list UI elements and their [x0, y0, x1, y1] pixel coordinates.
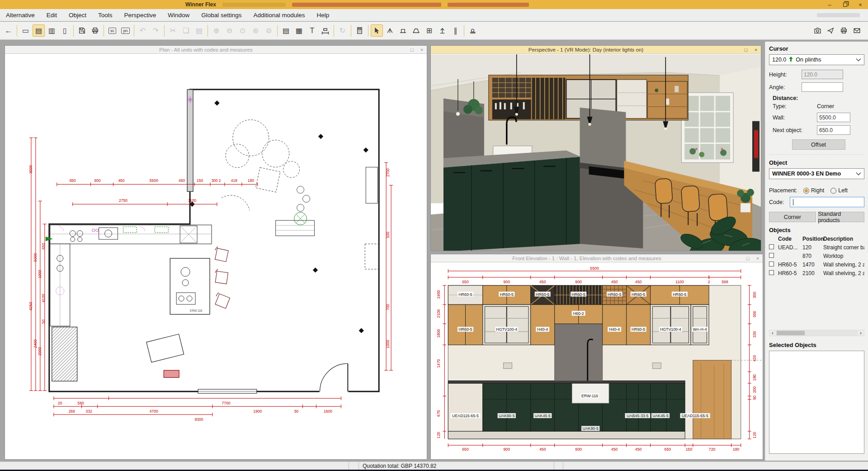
text-tool-icon[interactable]: T — [306, 24, 318, 37]
svg-text:650: 650 — [462, 280, 469, 284]
row-checkbox[interactable] — [769, 262, 774, 266]
plan-canvas[interactable]: ERW-116 — [5, 54, 427, 459]
view-plan-icon[interactable]: ▤ — [33, 24, 45, 37]
maximize-icon[interactable]: □ — [741, 47, 751, 52]
paste-icon[interactable]: ▤ — [193, 24, 205, 37]
base-unit-tool-icon[interactable] — [397, 24, 409, 37]
plan-window-titlebar[interactable]: Plan - All units with codes and measures… — [5, 46, 427, 54]
room-wizard-icon[interactable]: ▭ — [19, 24, 32, 37]
cut-icon[interactable]: ✂ — [167, 24, 179, 37]
stamp-icon[interactable] — [467, 24, 479, 37]
angle-field[interactable] — [802, 82, 843, 92]
maximize-icon[interactable]: □ — [743, 256, 753, 261]
sc-button[interactable]: sc — [106, 24, 118, 37]
save-icon[interactable] — [76, 24, 88, 37]
perspective-canvas[interactable] — [431, 54, 761, 251]
annotation-icon[interactable]: ▦ — [293, 24, 305, 37]
dimension-tool-icon[interactable] — [319, 24, 331, 37]
elevation-canvas[interactable]: HR60-5HR60-5HR60-5HR60-5HR60-5HR60-5HR60… — [431, 263, 763, 459]
lift-view-icon[interactable] — [436, 24, 448, 37]
menu-global-settings[interactable]: Global settings — [195, 9, 247, 21]
zoom-prev-icon[interactable]: ⊜ — [263, 24, 275, 37]
object-row[interactable]: UEAD...120Straight corner ba — [769, 244, 864, 251]
zoom-100-icon[interactable]: ⊙ — [236, 24, 249, 37]
selected-objects-list[interactable] — [769, 351, 864, 454]
zoom-in-icon[interactable]: ⊕ — [210, 24, 222, 37]
menu-edit[interactable]: Edit — [41, 9, 63, 21]
notes-icon[interactable]: ▤ — [280, 24, 292, 37]
toolbar-separator — [164, 25, 165, 37]
restore-icon[interactable] — [837, 0, 853, 9]
object-row[interactable]: 870Worktop — [769, 253, 864, 259]
scrollbar-track[interactable] — [776, 330, 858, 336]
tall-unit-tool-icon[interactable] — [410, 24, 422, 37]
send-plan-icon[interactable] — [825, 24, 837, 37]
zoom-out-icon[interactable]: ⊖ — [223, 24, 236, 37]
offset-button[interactable]: Offset — [792, 139, 845, 150]
object-row[interactable]: HR60-51470Wall shelving, 2 a — [769, 262, 864, 268]
code-input[interactable] — [790, 197, 864, 207]
plan-window-title: Plan - All units with codes and measures — [5, 47, 407, 52]
scrollbar-thumb[interactable] — [777, 331, 805, 335]
distance-type-value: Corner — [817, 103, 834, 109]
svg-text:650: 650 — [41, 243, 46, 249]
next-object-field[interactable]: 650.0 — [817, 125, 850, 135]
close-icon[interactable]: × — [753, 256, 763, 261]
wall-unit-tool-icon[interactable] — [384, 24, 396, 37]
undo-icon[interactable]: ↶ — [137, 24, 149, 37]
wall-distance-field[interactable]: 5500.0 — [817, 113, 850, 122]
back-arrow-icon[interactable]: ← — [2, 24, 14, 37]
row-checkbox[interactable] — [769, 244, 774, 249]
scroll-left-icon[interactable]: ‹ — [769, 330, 776, 336]
render-photo-icon[interactable] — [811, 24, 824, 37]
maximize-icon[interactable]: □ — [407, 47, 417, 52]
measure-icon[interactable]: ∥ — [449, 24, 462, 37]
svg-text:50: 50 — [294, 409, 299, 414]
close-icon[interactable]: × — [751, 47, 761, 52]
wall-distance-label: Wall: — [773, 114, 817, 121]
email-icon[interactable] — [851, 24, 863, 37]
svg-text:UEAD115-65-5: UEAD115-65-5 — [452, 414, 479, 418]
redo-icon[interactable]: ↷ — [150, 24, 162, 37]
standard-products-button[interactable]: Standard products — [818, 212, 865, 222]
menu-help[interactable]: Help — [311, 9, 335, 21]
menu-tools[interactable]: Tools — [92, 9, 118, 21]
row-checkbox[interactable] — [769, 270, 774, 275]
grid-icon[interactable]: ⊞ — [423, 24, 435, 37]
menu-window[interactable]: Window — [162, 9, 195, 21]
menu-additional-modules[interactable]: Additional modules — [247, 9, 311, 21]
print-icon[interactable] — [89, 24, 101, 37]
svg-text:650: 650 — [70, 178, 76, 183]
perspective-window-titlebar[interactable]: Perspective - 1 (VR Mode): Day (interior… — [431, 46, 761, 54]
cursor-mode-dropdown[interactable]: 120.0 On plinths — [769, 54, 864, 65]
object-row[interactable]: HR60-52100Wall shelving, 2 a — [769, 270, 864, 276]
svg-text:500: 500 — [386, 232, 390, 238]
menu-perspective[interactable]: Perspective — [118, 9, 162, 21]
zoom-fit-icon[interactable]: ⊛ — [250, 24, 262, 37]
corner-button[interactable]: Corner — [769, 212, 816, 222]
calculator-icon[interactable] — [354, 24, 366, 37]
print-layout-icon[interactable] — [838, 24, 850, 37]
close-icon[interactable]: × — [853, 0, 868, 9]
minimize-icon[interactable]: – — [822, 0, 837, 9]
copy-icon[interactable]: ❏ — [180, 24, 192, 37]
refresh-icon[interactable]: ↻ — [336, 24, 349, 37]
status-cell-empty — [0, 462, 349, 470]
placement-left-radio[interactable] — [830, 188, 836, 194]
view-elevation-icon[interactable]: ▥ — [46, 24, 58, 37]
menu-alternative[interactable]: Alternative — [0, 9, 41, 21]
height-field[interactable]: 120.0 — [802, 70, 843, 79]
objects-horizontal-scrollbar[interactable]: ‹ › — [769, 330, 864, 336]
scroll-right-icon[interactable]: › — [858, 330, 864, 336]
pn-button[interactable]: pn — [119, 24, 132, 37]
menu-object[interactable]: Object — [63, 9, 92, 21]
select-pointer-icon[interactable] — [371, 24, 383, 37]
elevation-window-titlebar[interactable]: Front Elevation - 1 : Wall - 1, Elevatio… — [431, 254, 763, 262]
catalog-dropdown[interactable]: WINNER 0000-3 EN Demo — [769, 168, 864, 179]
placement-right-radio[interactable] — [803, 188, 809, 194]
view-detail-icon[interactable]: ▯ — [59, 24, 71, 37]
close-icon[interactable]: × — [417, 47, 427, 52]
svg-text:598: 598 — [722, 280, 728, 284]
row-checkbox[interactable] — [769, 253, 774, 258]
objects-table-header: Code Position Description — [769, 236, 864, 242]
